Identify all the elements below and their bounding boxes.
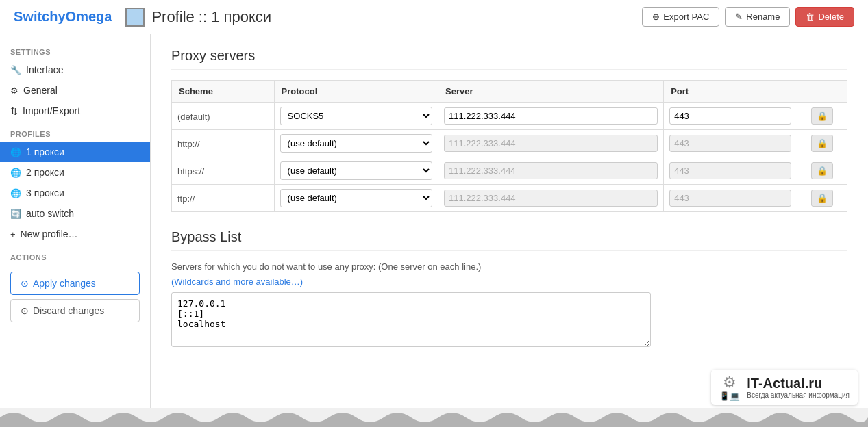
apply-changes-button[interactable]: ⊙ Apply changes bbox=[10, 272, 140, 295]
watermark: ⚙ 📱💻 IT-Actual.ru Всегда актуальная инфо… bbox=[711, 370, 858, 405]
scheme-label: http:// bbox=[177, 139, 200, 149]
scheme-label: ftp:// bbox=[177, 194, 195, 204]
watermark-icons: ⚙ 📱💻 bbox=[719, 374, 740, 401]
settings-section-label: SETTINGS bbox=[0, 44, 150, 60]
trash-icon: 🗑 bbox=[806, 12, 815, 22]
table-row: ftp://HTTPHTTPSSOCKS4SOCKS5(use default)… bbox=[172, 185, 847, 212]
sidebar: SETTINGS 🔧 Interface ⚙ General ⇅ Import/… bbox=[0, 34, 151, 427]
bypass-title: Bypass List bbox=[171, 229, 847, 251]
profiles-section-label: PROFILES bbox=[0, 127, 150, 142]
main-content: Proxy servers Scheme Protocol Server Por… bbox=[151, 34, 868, 427]
port-input bbox=[669, 162, 791, 179]
watermark-slogan: Всегда актуальная информация bbox=[747, 391, 850, 399]
sidebar-item-profile3[interactable]: 🌐 3 прокси bbox=[0, 183, 150, 203]
server-input[interactable] bbox=[444, 107, 658, 125]
profile-icon bbox=[125, 8, 145, 27]
header-actions: ⊕ Export PAC ✎ Rename 🗑 Delete bbox=[642, 7, 854, 27]
add-icon: + bbox=[10, 229, 16, 240]
actions-section-label: ACTIONS bbox=[0, 250, 150, 265]
app-logo[interactable]: SwitchyOmega bbox=[14, 9, 112, 25]
port-input bbox=[669, 190, 791, 207]
sidebar-item-profile2[interactable]: 🌐 2 прокси bbox=[0, 162, 150, 183]
lock-button[interactable]: 🔒 bbox=[811, 190, 833, 207]
export-icon: ⊕ bbox=[652, 12, 660, 22]
profile-title-text: Profile :: 1 прокси bbox=[151, 8, 271, 26]
scheme-label: https:// bbox=[177, 166, 204, 177]
sidebar-item-new-profile[interactable]: + New profile… bbox=[0, 224, 150, 244]
gear-icon: ⚙ bbox=[10, 86, 18, 96]
table-row: (default)HTTPHTTPSSOCKS4SOCKS5(use defau… bbox=[172, 103, 847, 130]
col-port: Port bbox=[664, 81, 797, 103]
col-scheme: Scheme bbox=[172, 81, 275, 103]
scheme-label: (default) bbox=[177, 112, 210, 122]
sidebar-item-profile1[interactable]: 🌐 1 прокси bbox=[0, 142, 150, 162]
proxy-servers-title: Proxy servers bbox=[171, 48, 847, 70]
import-export-icon: ⇅ bbox=[10, 106, 18, 116]
bypass-wildcard-link[interactable]: (Wildcards and more available…) bbox=[171, 276, 303, 287]
auto-switch-icon: 🔄 bbox=[10, 209, 21, 219]
server-input bbox=[444, 162, 658, 179]
actions-section: ⊙ Apply changes ⊙ Discard changes bbox=[0, 265, 150, 333]
lock-button[interactable]: 🔒 bbox=[811, 135, 833, 152]
sidebar-item-interface[interactable]: 🔧 Interface bbox=[0, 60, 150, 80]
devices-watermark-icon: 📱💻 bbox=[719, 391, 740, 401]
rename-icon: ✎ bbox=[735, 12, 743, 22]
proxy-table: Scheme Protocol Server Port (default)HTT… bbox=[171, 80, 847, 212]
watermark-text-block: IT-Actual.ru Всегда актуальная информаци… bbox=[747, 376, 850, 399]
bypass-description: Servers for which you do not want to use… bbox=[171, 261, 847, 272]
server-input bbox=[444, 135, 658, 152]
rename-button[interactable]: ✎ Rename bbox=[725, 7, 790, 27]
profile3-icon: 🌐 bbox=[10, 188, 21, 198]
apply-icon: ⊙ bbox=[21, 278, 29, 289]
profile-title: Profile :: 1 прокси bbox=[125, 8, 271, 27]
protocol-select[interactable]: HTTPHTTPSSOCKS4SOCKS5(use default) bbox=[280, 107, 432, 125]
port-input[interactable] bbox=[669, 107, 791, 125]
bottom-decoration bbox=[0, 408, 868, 427]
table-row: https://HTTPHTTPSSOCKS4SOCKS5(use defaul… bbox=[172, 157, 847, 185]
protocol-select[interactable]: HTTPHTTPSSOCKS4SOCKS5(use default) bbox=[280, 189, 432, 207]
sidebar-item-general[interactable]: ⚙ General bbox=[0, 80, 150, 101]
protocol-select[interactable]: HTTPHTTPSSOCKS4SOCKS5(use default) bbox=[280, 161, 432, 180]
col-server: Server bbox=[438, 81, 664, 103]
lock-button[interactable]: 🔒 bbox=[811, 162, 833, 179]
bypass-section: Bypass List Servers for which you do not… bbox=[171, 229, 847, 349]
layout: SETTINGS 🔧 Interface ⚙ General ⇅ Import/… bbox=[0, 34, 868, 427]
bypass-textarea[interactable] bbox=[171, 292, 651, 347]
discard-icon: ⊙ bbox=[21, 305, 29, 316]
lock-button[interactable]: 🔒 bbox=[811, 107, 833, 125]
server-input bbox=[444, 190, 658, 207]
profile2-icon: 🌐 bbox=[10, 168, 21, 178]
protocol-select[interactable]: HTTPHTTPSSOCKS4SOCKS5(use default) bbox=[280, 134, 432, 153]
watermark-brand: IT-Actual.ru bbox=[747, 376, 850, 391]
wrench-icon: 🔧 bbox=[10, 65, 21, 75]
discard-changes-button[interactable]: ⊙ Discard changes bbox=[10, 299, 140, 322]
header: SwitchyOmega Profile :: 1 прокси ⊕ Expor… bbox=[0, 0, 868, 34]
col-lock bbox=[797, 81, 847, 103]
export-pac-button[interactable]: ⊕ Export PAC bbox=[642, 7, 719, 27]
port-input bbox=[669, 135, 791, 152]
table-row: http://HTTPHTTPSSOCKS4SOCKS5(use default… bbox=[172, 130, 847, 157]
col-protocol: Protocol bbox=[274, 81, 438, 103]
sidebar-item-auto-switch[interactable]: 🔄 auto switch bbox=[0, 203, 150, 224]
sidebar-item-import-export[interactable]: ⇅ Import/Export bbox=[0, 101, 150, 121]
delete-button[interactable]: 🗑 Delete bbox=[795, 7, 854, 27]
gear-watermark-icon: ⚙ bbox=[723, 374, 736, 391]
profile1-icon: 🌐 bbox=[10, 147, 21, 157]
